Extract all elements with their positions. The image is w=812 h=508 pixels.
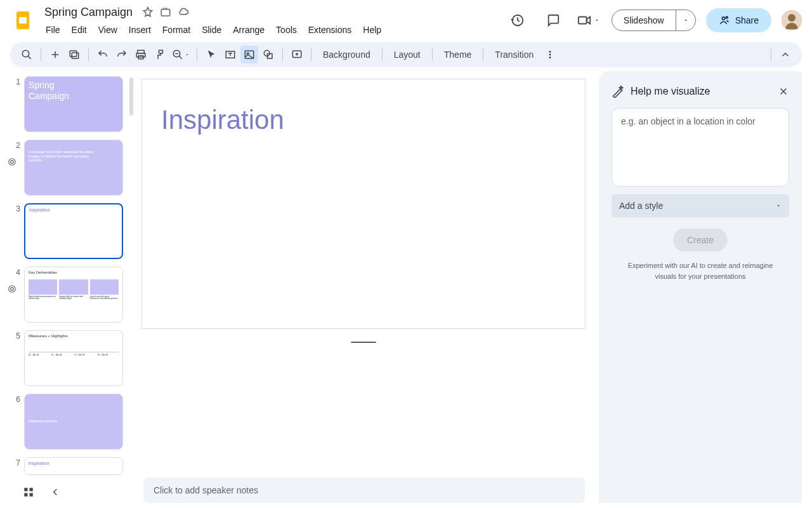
- prompt-input[interactable]: e.g. an object in a location in color: [612, 108, 789, 187]
- video-call-button[interactable]: [576, 8, 601, 33]
- svg-point-26: [11, 288, 14, 291]
- slides-icon: [13, 10, 33, 30]
- slide-number: 2: [13, 140, 20, 196]
- comment-icon[interactable]: [540, 8, 566, 33]
- slideshow-button-group: Slideshow: [612, 10, 696, 31]
- print-button[interactable]: [132, 46, 150, 64]
- people-icon: [719, 15, 730, 26]
- slide-thumb-7[interactable]: 7 Inspiration: [13, 457, 128, 475]
- panel-hint: Experiment with our AI to create and rei…: [612, 260, 789, 281]
- more-tools-button[interactable]: [541, 46, 559, 64]
- slide-number: 5: [13, 330, 20, 386]
- slide-number: 3: [13, 203, 20, 259]
- move-icon[interactable]: [159, 6, 172, 18]
- cloud-icon[interactable]: [177, 6, 190, 18]
- slide-number: 1: [13, 76, 20, 132]
- new-slide-button[interactable]: [46, 46, 64, 64]
- image-tool[interactable]: [240, 46, 258, 64]
- canvas-area: Inspiration: [133, 71, 599, 508]
- menu-slide[interactable]: Slide: [197, 22, 226, 37]
- new-slide-layout-button[interactable]: [65, 46, 83, 64]
- menu-bar: File Edit View Insert Format Slide Arran…: [41, 22, 386, 37]
- speaker-notes[interactable]: Click to add speaker notes: [143, 478, 585, 503]
- collapse-toolbar-button[interactable]: [776, 46, 794, 64]
- svg-rect-2: [161, 10, 170, 17]
- history-icon[interactable]: [505, 8, 530, 33]
- comment-tool[interactable]: [288, 46, 306, 64]
- menu-edit[interactable]: Edit: [67, 22, 92, 37]
- slides-logo[interactable]: [10, 8, 36, 33]
- menu-extensions[interactable]: Extensions: [303, 22, 357, 37]
- svg-point-4: [722, 17, 725, 20]
- menu-help[interactable]: Help: [358, 22, 386, 37]
- transition-button[interactable]: Transition: [488, 47, 540, 62]
- menu-insert[interactable]: Insert: [124, 22, 156, 37]
- svg-point-21: [549, 54, 551, 56]
- slide-title[interactable]: Inspiration: [161, 105, 284, 135]
- svg-rect-3: [579, 17, 587, 24]
- star-icon[interactable]: [141, 6, 154, 18]
- panel-title: Help me visualize: [631, 86, 771, 97]
- header: Spring Campaign File Edit View Insert Fo…: [0, 0, 812, 41]
- slide-canvas[interactable]: Inspiration: [141, 79, 586, 329]
- svg-rect-30: [30, 493, 33, 497]
- slideshow-dropdown[interactable]: [676, 10, 695, 30]
- notes-resize-handle[interactable]: [351, 342, 376, 344]
- menu-view[interactable]: View: [93, 22, 122, 37]
- slide-thumb-3[interactable]: 3 Inspiration: [13, 203, 128, 259]
- svg-rect-27: [24, 488, 27, 491]
- svg-point-24: [11, 161, 14, 164]
- menu-tools[interactable]: Tools: [271, 22, 302, 37]
- title-area: Spring Campaign File Edit View Insert Fo…: [41, 3, 386, 37]
- link-badge-icon: [8, 157, 18, 168]
- paint-format-button[interactable]: [151, 46, 169, 64]
- menu-format[interactable]: Format: [157, 22, 195, 37]
- zoom-button[interactable]: [170, 46, 192, 64]
- svg-rect-9: [72, 53, 79, 58]
- slide-thumb-4[interactable]: 4 Key Deliverables Digital media announc…: [13, 267, 128, 323]
- slide-thumb-6[interactable]: 6 Marketing objectives: [13, 394, 128, 450]
- close-icon[interactable]: [778, 86, 789, 97]
- share-button[interactable]: Share: [706, 8, 771, 32]
- undo-button[interactable]: [94, 46, 112, 64]
- filmstrip[interactable]: 1 SpringCampaign 2 A campaign full of fr…: [0, 71, 133, 508]
- svg-point-22: [549, 57, 551, 58]
- svg-rect-29: [24, 493, 27, 497]
- search-icon[interactable]: [18, 46, 36, 64]
- slide-number: 7: [13, 457, 20, 475]
- svg-point-7: [22, 50, 29, 57]
- slide-thumb-5[interactable]: 5 Milestones + Highlights 01 – Mar 03 01…: [13, 330, 128, 386]
- link-badge-icon: [8, 284, 18, 295]
- filmstrip-scrollbar[interactable]: [129, 77, 133, 116]
- layout-button[interactable]: Layout: [388, 47, 427, 62]
- style-select[interactable]: Add a style: [612, 194, 789, 217]
- style-label: Add a style: [619, 201, 663, 211]
- shape-tool[interactable]: [259, 46, 277, 64]
- slideshow-button[interactable]: Slideshow: [612, 10, 676, 30]
- chevron-down-icon: [594, 17, 600, 23]
- create-button[interactable]: Create: [673, 229, 728, 251]
- footer: Click to add speaker notes: [0, 476, 812, 508]
- theme-button[interactable]: Theme: [438, 47, 478, 62]
- select-tool[interactable]: [202, 46, 220, 64]
- slide-thumb-1[interactable]: 1 SpringCampaign: [13, 76, 128, 132]
- menu-arrange[interactable]: Arrange: [228, 22, 270, 37]
- svg-rect-8: [70, 51, 77, 57]
- document-title[interactable]: Spring Campaign: [41, 4, 136, 20]
- slide-number: 6: [13, 394, 20, 450]
- textbox-tool[interactable]: [221, 46, 239, 64]
- redo-button[interactable]: [113, 46, 131, 64]
- avatar[interactable]: [782, 10, 802, 30]
- chevron-down-icon: [775, 203, 782, 209]
- collapse-filmstrip-icon[interactable]: [49, 486, 61, 498]
- grid-view-icon[interactable]: [23, 486, 34, 498]
- svg-point-23: [9, 159, 16, 166]
- svg-point-25: [9, 286, 16, 293]
- svg-rect-1: [19, 17, 27, 23]
- svg-rect-28: [30, 488, 33, 491]
- background-button[interactable]: Background: [317, 47, 377, 62]
- slide-thumb-2[interactable]: 2 A campaign full of fresh, fantastical,…: [13, 140, 128, 196]
- menu-file[interactable]: File: [41, 22, 65, 37]
- svg-point-20: [549, 51, 551, 53]
- chevron-down-icon: [683, 17, 689, 23]
